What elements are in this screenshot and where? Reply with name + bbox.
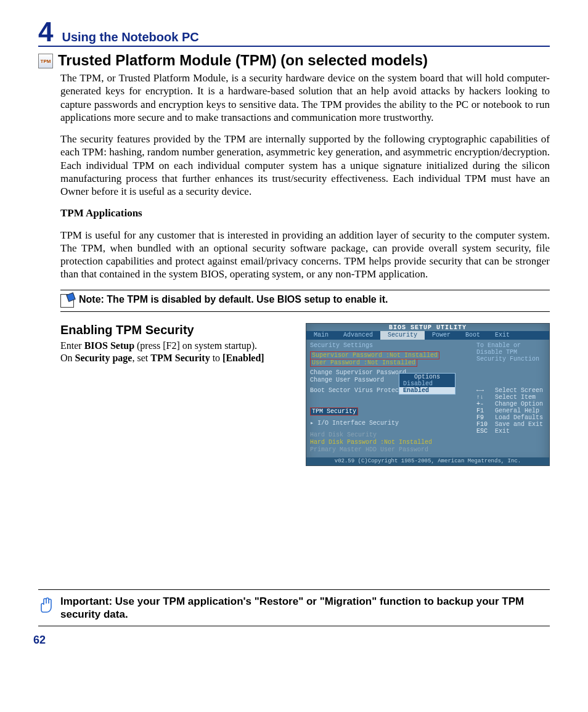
instruction-line: Enter BIOS Setup (press [F2] on system s… bbox=[60, 340, 295, 366]
popup-option-enabled: Enabled bbox=[399, 387, 455, 394]
body-paragraph: The security features provided by the TP… bbox=[60, 133, 550, 198]
tpm-icon: TPM bbox=[38, 54, 53, 68]
bios-tab-active: Security bbox=[380, 331, 425, 340]
chapter-title: Using the Notebook PC bbox=[62, 30, 198, 44]
chapter-number: 4 bbox=[38, 18, 53, 46]
page-number: 62 bbox=[33, 634, 550, 647]
bios-title: BIOS SETUP UTILITY bbox=[306, 324, 549, 331]
body-paragraph: TPM is useful for any customer that is i… bbox=[60, 229, 550, 281]
hand-icon bbox=[38, 595, 54, 616]
note-callout: Note: The TPM is disabled by default. Us… bbox=[60, 290, 550, 312]
bios-options-popup: Options Disabled Enabled bbox=[399, 373, 455, 395]
bios-tabs: Main Advanced Security Power Boot Exit bbox=[306, 331, 549, 340]
bios-panel-title: Security Settings bbox=[310, 342, 480, 349]
bios-footer: v02.59 (C)Copyright 1985-2005, American … bbox=[306, 457, 549, 465]
note-text: Note: The TPM is disabled by default. Us… bbox=[79, 294, 388, 305]
subheading-tpm-apps: TPM Applications bbox=[60, 207, 550, 219]
body-paragraph: The TPM, or Trusted Platform Module, is … bbox=[60, 72, 550, 124]
important-text: Important: Use your TPM application's "R… bbox=[60, 595, 550, 621]
popup-option-disabled: Disabled bbox=[399, 380, 455, 387]
section-title: Trusted Platform Module (TPM) (on select… bbox=[58, 52, 428, 69]
bios-tab: Main bbox=[306, 331, 336, 340]
bios-tab: Power bbox=[425, 331, 458, 340]
bios-key-list: ←→Select Screen ↑↓Select Item +-Change O… bbox=[476, 387, 545, 435]
bios-help-text: To Enable or Disable TPM Security Functi… bbox=[476, 342, 545, 362]
bios-item: ▸ I/O Interface Security bbox=[310, 419, 480, 427]
bios-item: Hard Disk Security bbox=[310, 432, 480, 438]
bios-tpm-security-selected: TPM Security bbox=[310, 407, 358, 415]
chapter-header: 4 Using the Notebook PC bbox=[38, 18, 550, 47]
bios-supervisor-pw: Supervisor Password :Not Installed bbox=[310, 351, 439, 359]
subheading-enable-tpm: Enabling TPM Security bbox=[60, 323, 295, 337]
popup-header: Options bbox=[399, 374, 455, 380]
bios-tab: Boot bbox=[458, 331, 488, 340]
bios-user-pw: User Password :Not Installed bbox=[310, 359, 417, 367]
bios-item: Hard Disk Password :Not Installed bbox=[310, 439, 480, 446]
bios-screenshot: BIOS SETUP UTILITY Main Advanced Securit… bbox=[306, 323, 550, 466]
note-icon bbox=[60, 294, 74, 308]
bios-tab: Advanced bbox=[336, 331, 380, 340]
bios-item: Primary Master HDD User Password bbox=[310, 446, 480, 453]
important-callout: Important: Use your TPM application's "R… bbox=[38, 589, 550, 627]
bios-tab: Exit bbox=[488, 331, 517, 340]
